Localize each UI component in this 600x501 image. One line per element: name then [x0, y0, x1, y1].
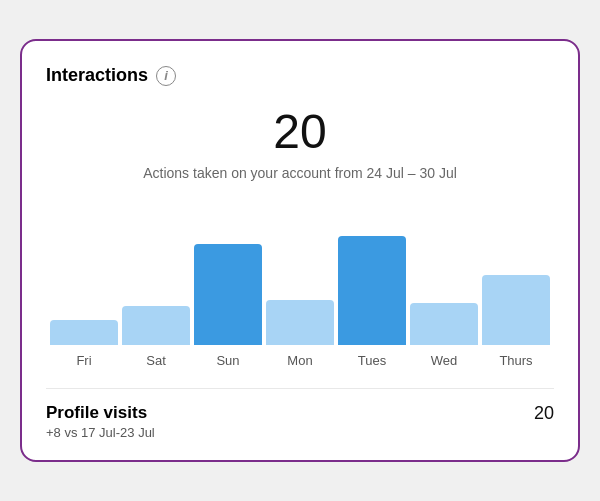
divider	[46, 388, 554, 389]
day-label: Sun	[194, 353, 262, 368]
bar	[410, 303, 478, 345]
bar	[122, 306, 190, 345]
bar-group	[410, 303, 478, 345]
date-range-subtitle: Actions taken on your account from 24 Ju…	[46, 165, 554, 181]
interactions-card: Interactions i 20 Actions taken on your …	[20, 39, 580, 462]
profile-visits-left: Profile visits +8 vs 17 Jul-23 Jul	[46, 403, 155, 440]
profile-visits-count: 20	[534, 403, 554, 424]
day-label: Mon	[266, 353, 334, 368]
card-header: Interactions i	[46, 65, 554, 86]
profile-visits-change: +8 vs 17 Jul-23 Jul	[46, 425, 155, 440]
day-label: Fri	[50, 353, 118, 368]
bar-group	[122, 306, 190, 345]
bar-group	[266, 300, 334, 345]
day-labels: FriSatSunMonTuesWedThurs	[46, 345, 554, 368]
bar	[194, 244, 262, 345]
info-icon-label: i	[164, 68, 168, 83]
total-count: 20	[46, 106, 554, 159]
day-label: Sat	[122, 353, 190, 368]
profile-visits-label: Profile visits	[46, 403, 155, 423]
profile-visits-row: Profile visits +8 vs 17 Jul-23 Jul 20	[46, 403, 554, 440]
bar-group	[194, 244, 262, 345]
bar-group	[482, 275, 550, 345]
bars-area	[46, 205, 554, 345]
bar	[482, 275, 550, 345]
bar	[338, 236, 406, 345]
bar	[266, 300, 334, 345]
info-icon[interactable]: i	[156, 66, 176, 86]
bar-group	[338, 236, 406, 345]
day-label: Wed	[410, 353, 478, 368]
bar-chart: FriSatSunMonTuesWedThurs	[46, 205, 554, 368]
bar-group	[50, 320, 118, 345]
bar	[50, 320, 118, 345]
day-label: Thurs	[482, 353, 550, 368]
card-title: Interactions	[46, 65, 148, 86]
day-label: Tues	[338, 353, 406, 368]
